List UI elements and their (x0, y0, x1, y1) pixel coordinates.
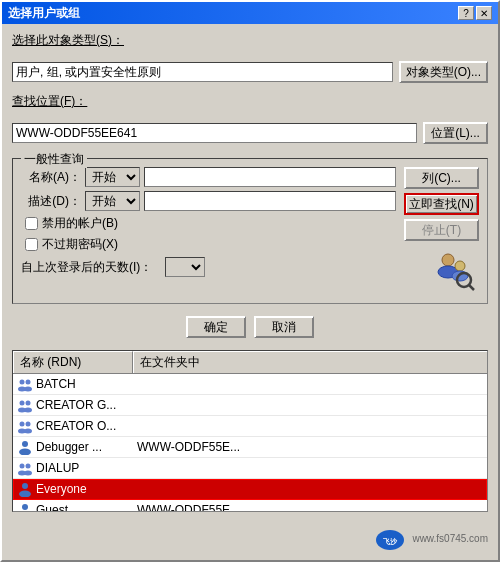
list-row[interactable]: CREATOR G... (13, 395, 487, 416)
location-button[interactable]: 位置(L)... (423, 122, 488, 144)
svg-point-15 (26, 422, 31, 427)
list-body: BATCH CREATOR G... CREATOR O... Debugger… (13, 374, 487, 512)
list-item-name: BATCH (36, 377, 76, 391)
wizard-icon (429, 245, 479, 295)
right-buttons: 列(C)... 立即查找(N) 停止(T) (404, 167, 479, 295)
name-combo[interactable]: 开始 (85, 167, 140, 187)
ok-button[interactable]: 确定 (186, 316, 246, 338)
list-row[interactable]: DIALUP (13, 458, 487, 479)
close-button[interactable]: ✕ (476, 6, 492, 20)
svg-point-27 (19, 512, 31, 513)
object-type-label: 选择此对象类型(S)： (12, 32, 124, 49)
group-body: 名称(A)： 开始 描述(D)： 开始 (21, 167, 479, 295)
svg-point-0 (442, 254, 454, 266)
list-item-name: CREATOR G... (36, 398, 116, 412)
desc-label: 描述(D)： (21, 193, 81, 210)
svg-point-21 (26, 464, 31, 469)
list-item-name: Everyone (36, 482, 87, 496)
list-cell-name: Guest (13, 501, 133, 512)
results-list-panel: 名称 (RDN) 在文件夹中 BATCH CREATOR G... CREATO… (12, 350, 488, 512)
svg-point-17 (24, 429, 32, 434)
group-left: 名称(A)： 开始 描述(D)： 开始 (21, 167, 396, 295)
watermark-logo-icon: 飞沙 (372, 520, 408, 556)
list-cell-folder: WWW-ODDF55E... (133, 502, 487, 512)
svg-point-20 (20, 464, 25, 469)
list-cell-folder (133, 488, 487, 490)
object-type-input-row: 对象类型(O)... (12, 61, 488, 83)
list-cell-folder (133, 383, 487, 385)
svg-line-5 (469, 285, 474, 290)
svg-point-2 (455, 261, 465, 271)
stop-button[interactable]: 停止(T) (404, 219, 479, 241)
user-icon (17, 439, 33, 455)
desc-row: 描述(D)： 开始 (21, 191, 396, 211)
disabled-row: 禁用的帐户(B) (21, 215, 396, 232)
title-bar-controls: ? ✕ (458, 6, 492, 20)
bottom-buttons: 确定 取消 (12, 316, 488, 338)
desc-combo[interactable]: 开始 (85, 191, 140, 211)
no-expire-checkbox[interactable] (25, 238, 38, 251)
location-label: 查找位置(F)： (12, 93, 87, 110)
svg-point-14 (20, 422, 25, 427)
watermark-text: www.fs0745.com (412, 533, 488, 544)
location-label-row: 查找位置(F)： (12, 93, 488, 112)
days-combo[interactable] (165, 257, 205, 277)
name-row: 名称(A)： 开始 (21, 167, 396, 187)
svg-point-25 (19, 491, 31, 498)
svg-point-18 (22, 441, 28, 447)
user-icon (17, 376, 33, 392)
svg-point-7 (26, 380, 31, 385)
list-cell-name: Everyone (13, 480, 133, 498)
svg-point-11 (26, 401, 31, 406)
list-row[interactable]: Debugger ...WWW-ODDF55E... (13, 437, 487, 458)
object-type-button[interactable]: 对象类型(O)... (399, 61, 488, 83)
list-cell-folder (133, 425, 487, 427)
list-row[interactable]: GuestWWW-ODDF55E... (13, 500, 487, 512)
dialog-window: 选择用户或组 ? ✕ 选择此对象类型(S)： 对象类型(O)... 查找位置(F… (0, 0, 500, 562)
list-cell-folder: WWW-ODDF55E... (133, 439, 487, 455)
svg-point-19 (19, 449, 31, 456)
search-now-button[interactable]: 立即查找(N) (404, 193, 479, 215)
name-label: 名称(A)： (21, 169, 81, 186)
list-item-name: CREATOR O... (36, 419, 116, 433)
disabled-label: 禁用的帐户(B) (42, 215, 118, 232)
list-item-name: Guest (36, 503, 68, 512)
dialog-content: 选择此对象类型(S)： 对象类型(O)... 查找位置(F)： 位置(L)...… (2, 24, 498, 350)
svg-point-13 (24, 408, 32, 413)
list-header: 名称 (RDN) 在文件夹中 (13, 351, 487, 374)
location-input[interactable] (12, 123, 417, 143)
svg-point-6 (20, 380, 25, 385)
list-row[interactable]: Everyone (13, 479, 487, 500)
dialog-title: 选择用户或组 (8, 5, 80, 22)
location-input-row: 位置(L)... (12, 122, 488, 144)
list-cell-name: CREATOR G... (13, 396, 133, 414)
help-button[interactable]: ? (458, 6, 474, 20)
list-cell-name: CREATOR O... (13, 417, 133, 435)
user-icon (17, 460, 33, 476)
list-row[interactable]: CREATOR O... (13, 416, 487, 437)
svg-point-9 (24, 387, 32, 392)
user-icon (17, 481, 33, 497)
disabled-checkbox[interactable] (25, 217, 38, 230)
list-row[interactable]: BATCH (13, 374, 487, 395)
watermark: 飞沙 www.fs0745.com (372, 520, 488, 556)
list-cell-name: Debugger ... (13, 438, 133, 456)
user-icon (17, 502, 33, 512)
list-item-name: Debugger ... (36, 440, 102, 454)
group-box-title: 一般性查询 (21, 151, 87, 168)
days-row: 自上次登录后的天数(I)： (21, 257, 396, 277)
cancel-button[interactable]: 取消 (254, 316, 314, 338)
object-type-row: 选择此对象类型(S)： (12, 32, 488, 51)
user-icon (17, 397, 33, 413)
col-header-folder[interactable]: 在文件夹中 (133, 351, 487, 373)
desc-input[interactable] (144, 191, 396, 211)
col-header-name[interactable]: 名称 (RDN) (13, 351, 133, 373)
no-expire-row: 不过期密码(X) (21, 236, 396, 253)
name-input[interactable] (144, 167, 396, 187)
list-cell-name: BATCH (13, 375, 133, 393)
wizard-svg (430, 246, 478, 294)
object-type-input[interactable] (12, 62, 393, 82)
user-icon (17, 418, 33, 434)
general-query-group: 一般性查询 名称(A)： 开始 描述(D)： 开始 (12, 158, 488, 304)
col-button[interactable]: 列(C)... (404, 167, 479, 189)
